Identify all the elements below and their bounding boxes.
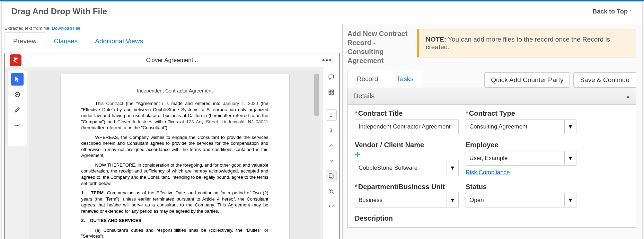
svg-line-8: [332, 192, 333, 194]
svg-rect-5: [332, 93, 333, 95]
pdf-right-toolbar: 1 3: [323, 67, 339, 239]
pdf-filename: Clover Agreement...: [146, 57, 198, 64]
download-file-link[interactable]: Download File: [52, 26, 80, 31]
tab-clauses[interactable]: Clauses: [45, 32, 87, 50]
arrow-up-icon: ↑: [629, 8, 633, 16]
more-options-icon[interactable]: •••: [322, 56, 332, 65]
comments-panel-icon[interactable]: [326, 71, 337, 82]
chevron-down-icon[interactable]: ▼: [565, 151, 576, 166]
contract-type-field: *Contract Type Consulting Agreement ▼: [466, 109, 576, 134]
clause-2a: (a) Consultant's duties and responsibili…: [81, 227, 268, 239]
chevron-down-icon[interactable]: ▼: [447, 193, 459, 207]
extracted-text-line: Extracted text from file: Download File: [2, 24, 342, 32]
description-field: Description: [355, 214, 576, 222]
next-page-icon[interactable]: [326, 155, 337, 166]
chevron-down-icon[interactable]: ▼: [565, 193, 576, 207]
tab-record[interactable]: Record: [347, 70, 387, 88]
pdf-scrollbar[interactable]: [314, 74, 319, 116]
para-2: WHEREAS, the Company wishes to engage th…: [81, 134, 268, 159]
note-banner: NOTE: You can add more files to the reco…: [417, 29, 636, 57]
document-title: Independent Contractor Agreement: [81, 88, 268, 94]
back-to-top-link[interactable]: Back to Top ↑: [592, 8, 633, 16]
acrobat-icon: [10, 54, 21, 66]
thumbnails-icon[interactable]: [326, 87, 337, 98]
details-header[interactable]: Details ▲: [348, 88, 636, 105]
chevron-down-icon[interactable]: ▼: [447, 161, 459, 175]
collapse-icon[interactable]: ▲: [626, 94, 630, 99]
add-vendor-icon[interactable]: ✚: [355, 150, 459, 159]
total-pages: 3: [326, 125, 337, 136]
comment-tool-icon[interactable]: [11, 88, 24, 101]
svg-rect-4: [329, 93, 330, 95]
edit-tool-icon[interactable]: [11, 104, 24, 116]
current-page-input[interactable]: 1: [326, 109, 337, 121]
svg-rect-3: [332, 90, 333, 91]
status-select[interactable]: Open: [466, 193, 565, 207]
add-new-record-title: Add New Contract Record - Consulting Agr…: [347, 29, 410, 65]
status-field: Status Open ▼: [466, 183, 576, 207]
department-field: *Department/Business Unit Business ▼: [355, 183, 459, 207]
zoom-in-icon[interactable]: [326, 186, 337, 197]
vendor-select[interactable]: CobbleStone Software: [355, 161, 447, 175]
quick-add-counter-party-button[interactable]: Quick Add Counter Party: [484, 72, 570, 88]
save-continue-button[interactable]: Save & Continue: [573, 72, 636, 88]
fit-width-icon[interactable]: [326, 201, 337, 212]
page-ops-icon[interactable]: [326, 170, 337, 182]
cursor-tool-icon[interactable]: [11, 73, 24, 86]
contract-title-input[interactable]: [355, 120, 459, 134]
tab-tasks[interactable]: Tasks: [387, 70, 423, 88]
chevron-down-icon[interactable]: ▼: [565, 120, 576, 134]
record-tabs: Record Tasks: [347, 70, 423, 88]
contract-type-select[interactable]: Consulting Agreement: [466, 120, 565, 134]
clause-1: 1. TERM. Commencing as of the Effective …: [81, 190, 268, 214]
pdf-viewer: Clover Agreement... •••: [5, 53, 339, 239]
para-1: This Contract (the "Agreement") is made …: [81, 100, 268, 131]
employee-field: Employee User, Example ▼ Risk Compliance: [466, 141, 576, 176]
vendor-client-field: Vendor / Client Name ✚ CobbleStone Softw…: [355, 141, 459, 175]
svg-rect-6: [329, 174, 332, 177]
risk-compliance-link[interactable]: Risk Compliance: [466, 169, 576, 176]
page-title: Drag And Drop With File: [11, 7, 107, 16]
pdf-page-content: Independent Contractor Agreement This Co…: [61, 74, 289, 239]
department-select[interactable]: Business: [355, 193, 447, 207]
prev-page-icon[interactable]: [326, 140, 337, 151]
tab-preview[interactable]: Preview: [5, 32, 45, 50]
left-tabs: Preview Clauses Additional Views: [2, 32, 342, 50]
pdf-left-toolbar: [8, 70, 27, 146]
employee-select[interactable]: User, Example: [466, 151, 565, 166]
para-3: NOW THEREFORE, in consideration of the f…: [81, 162, 268, 186]
contract-title-field: *Contract Title: [355, 109, 459, 134]
svg-rect-2: [329, 90, 330, 91]
tab-additional-views[interactable]: Additional Views: [86, 32, 152, 50]
signature-tool-icon[interactable]: [11, 119, 24, 131]
clause-2: 2. DUTIES AND SERVICES.: [81, 218, 268, 224]
